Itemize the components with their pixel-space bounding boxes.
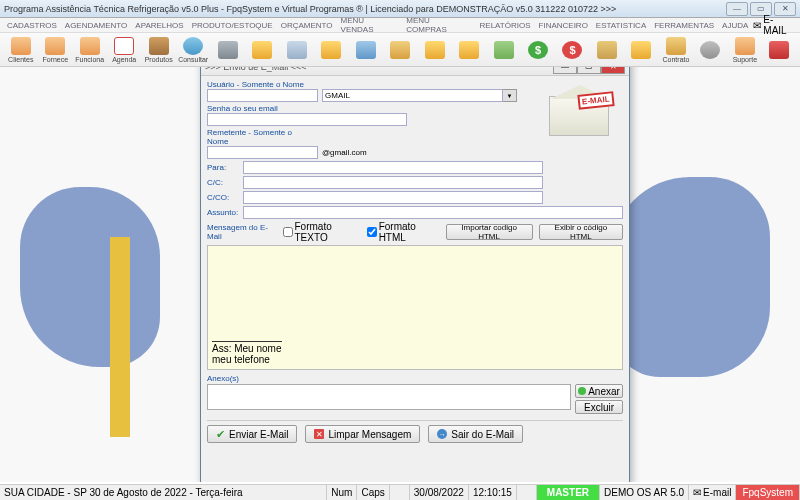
menu-relatorios[interactable]: RELATÓRIOS (477, 20, 534, 31)
tool-money-out[interactable]: $ (556, 35, 589, 65)
subject-input[interactable] (243, 206, 623, 219)
box-icon (149, 37, 169, 55)
email-dialog: >>> Envio de E_Mail <<< — ▭ ✕ E-MAIL Usu… (200, 67, 630, 482)
to-label: Para: (207, 163, 243, 172)
menu-ferramentas[interactable]: FERRAMENTAS (651, 20, 717, 31)
signature: Ass: Meu nome meu telefone (212, 341, 282, 365)
dialog-titlebar[interactable]: >>> Envio de E_Mail <<< — ▭ ✕ (201, 67, 629, 76)
status-blank2 (517, 485, 537, 500)
arrow-icon: → (437, 429, 447, 439)
menu-produto-estoque[interactable]: PRODUTO/ESTOQUE (189, 20, 276, 31)
folder-icon (459, 41, 479, 59)
document-icon (390, 41, 410, 59)
menu-ajuda[interactable]: AJUDA (719, 20, 751, 31)
provider-dropdown[interactable]: ▼ (503, 89, 517, 102)
sender-input[interactable] (207, 146, 318, 159)
people-icon (11, 37, 31, 55)
tool-agenda[interactable]: Agenda (107, 35, 140, 65)
mail-icon (287, 41, 307, 59)
menu-estatistica[interactable]: ESTATISTICA (593, 20, 649, 31)
user-input[interactable] (207, 89, 318, 102)
menu-agendamento[interactable]: AGENDAMENTO (62, 20, 131, 31)
tool-chart[interactable] (487, 35, 520, 65)
dialog-title: >>> Envio de E_Mail <<< (205, 67, 553, 72)
dialog-minimize[interactable]: — (553, 67, 577, 74)
tool-folder3[interactable] (418, 35, 451, 65)
tool-screen[interactable] (349, 35, 382, 65)
bg-decoration (610, 177, 770, 377)
folder-icon (631, 41, 651, 59)
menu-orcamento[interactable]: ORÇAMENTO (278, 20, 336, 31)
remove-attachment-button[interactable]: Excluir (575, 400, 623, 414)
tool-clip[interactable] (590, 35, 623, 65)
dialog-maximize[interactable]: ▭ (577, 67, 601, 74)
calendar-icon (114, 37, 134, 55)
tool-folder4[interactable] (452, 35, 485, 65)
folder-icon (321, 41, 341, 59)
password-input[interactable] (207, 113, 407, 126)
tool-gear[interactable] (694, 35, 727, 65)
minimize-button[interactable]: — (726, 2, 748, 16)
clear-message-button[interactable]: ✕Limpar Mensagem (305, 425, 420, 443)
tool-funciona[interactable]: Funciona (73, 35, 106, 65)
format-texto-checkbox[interactable]: Formato TEXTO (283, 221, 361, 243)
tool-wrench[interactable] (211, 35, 244, 65)
send-email-button[interactable]: ✔Enviar E-Mail (207, 425, 297, 443)
password-label: Senha do seu email (207, 104, 307, 113)
money-out-icon: $ (562, 41, 582, 59)
cc-label: C/C: (207, 178, 243, 187)
tool-mail[interactable] (280, 35, 313, 65)
check-icon: ✔ (216, 428, 225, 441)
email-illustration: E-MAIL (549, 80, 619, 140)
screen-icon (356, 41, 376, 59)
tool-consultar[interactable]: Consultar (176, 35, 209, 65)
menu-email[interactable]: ✉ E-MAIL (753, 14, 796, 36)
exit-email-button[interactable]: →Sair do E-Mail (428, 425, 523, 443)
attachment-label: Anexo(s) (207, 374, 623, 383)
tool-folder5[interactable] (625, 35, 658, 65)
plus-icon (578, 387, 586, 395)
attachment-list[interactable] (207, 384, 571, 410)
support-icon (735, 37, 755, 55)
status-email[interactable]: ✉ E-mail (689, 485, 736, 500)
format-html-checkbox[interactable]: Formato HTML (367, 221, 440, 243)
tool-folder1[interactable] (245, 35, 278, 65)
menu-vendas[interactable]: MENU VENDAS (338, 15, 402, 35)
folder-icon (252, 41, 272, 59)
status-location: SUA CIDADE - SP 30 de Agosto de 2022 - T… (0, 485, 327, 500)
tool-folder2[interactable] (314, 35, 347, 65)
status-caps: Caps (357, 485, 389, 500)
sender-label: Remetente - Somente o Nome (207, 128, 307, 146)
cco-input[interactable] (243, 191, 543, 204)
provider-combo[interactable] (322, 89, 503, 102)
menu-cadastros[interactable]: CADASTROS (4, 20, 60, 31)
tool-red[interactable] (763, 35, 796, 65)
money-in-icon: $ (528, 41, 548, 59)
dialog-close[interactable]: ✕ (601, 67, 625, 74)
status-blank (390, 485, 410, 500)
message-textarea[interactable]: Ass: Meu nome meu telefone (207, 245, 623, 370)
statusbar: SUA CIDADE - SP 30 de Agosto de 2022 - T… (0, 484, 800, 500)
tool-clientes[interactable]: Clientes (4, 35, 37, 65)
toolbar: Clientes Fornece Funciona Agenda Produto… (0, 33, 800, 67)
cco-label: C/CO: (207, 193, 243, 202)
attach-button[interactable]: Anexar (575, 384, 623, 398)
status-fpq: FpqSystem (736, 485, 800, 500)
tool-contrato[interactable]: Contrato (659, 35, 692, 65)
tool-suporte[interactable]: Suporte (728, 35, 761, 65)
show-html-button[interactable]: Exibir o código HTML (539, 224, 623, 240)
menu-financeiro[interactable]: FINANCEIRO (536, 20, 591, 31)
desktop-area: >>> Envio de E_Mail <<< — ▭ ✕ E-MAIL Usu… (0, 67, 800, 482)
tool-lp[interactable] (383, 35, 416, 65)
tool-fornece[interactable]: Fornece (38, 35, 71, 65)
chart-icon (494, 41, 514, 59)
tool-produtos[interactable]: Produtos (142, 35, 175, 65)
people-icon (45, 37, 65, 55)
cc-input[interactable] (243, 176, 543, 189)
menu-compras[interactable]: MENU COMPRAS (403, 15, 474, 35)
menu-aparelhos[interactable]: APARELHOS (132, 20, 186, 31)
to-input[interactable] (243, 161, 543, 174)
import-html-button[interactable]: Importar codigo HTML (446, 224, 533, 240)
people-icon (80, 37, 100, 55)
tool-money-in[interactable]: $ (521, 35, 554, 65)
